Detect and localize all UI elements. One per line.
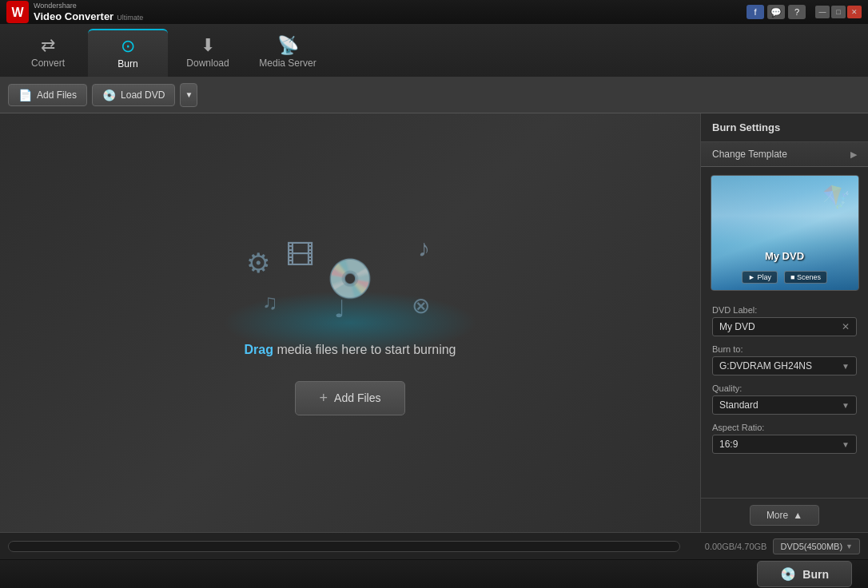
dvd-preview: 🪁 My DVD ► Play ■ Scenes [711,175,859,291]
tab-convert-label: Convert [31,58,65,69]
quality-chevron: ▼ [842,401,850,410]
burn-label: Burn [802,568,829,581]
dvd-play-btn[interactable]: ► Play [742,271,778,284]
tab-media-server-label: Media Server [259,58,316,69]
svg-text:W: W [11,6,24,19]
film-icon: 🎞 [286,239,315,272]
brand-edition: Ultimate [117,14,143,22]
dvd-label-value: My DVD [719,321,755,332]
dvd-label-field-label: DVD Label: [712,305,857,315]
brand-product: Video Converter [34,10,113,23]
aspect-ratio-row: Aspect Ratio: 16:9 ▼ [712,423,857,454]
convert-icon: ⇄ [41,37,55,54]
download-icon: ⬇ [201,37,215,54]
burn-settings-title: Burn Settings [701,113,868,142]
add-files-label: Add Files [37,89,77,101]
burn-to-select[interactable]: G:DVDRAM GH24NS ▼ [712,356,857,375]
media-icons: ⚙ 🎞 ♪ ♫ 💿 ♩ ⊗ [222,231,478,327]
settings-fields: DVD Label: My DVD ✕ Burn to: G:DVDRAM GH… [701,299,868,498]
restore-button[interactable]: □ [831,6,846,18]
dvd-label-input[interactable]: My DVD ✕ [712,317,857,336]
quality-row: Quality: Standard ▼ [712,383,857,415]
drag-bold-text: Drag [244,343,273,356]
disc-center-icon: 💿 [326,256,374,301]
load-dvd-icon: 💿 [102,89,116,101]
change-template-label: Change Template [712,149,787,160]
more-label: More [766,510,788,521]
music-note2-icon: ♫ [262,290,278,315]
media-server-icon: 📡 [277,37,299,54]
add-files-icon: 📄 [18,89,32,101]
titlebar-controls: f 💬 ? — □ ✕ [747,5,862,19]
tab-media-server[interactable]: 📡 Media Server [248,29,328,77]
drop-zone-inner: ⚙ 🎞 ♪ ♫ 💿 ♩ ⊗ Drag media files here to s… [222,231,478,415]
disc-type-chevron: ▼ [846,542,853,550]
change-template-arrow: ▶ [850,149,857,160]
disc-type-value: DVD5(4500MB) [780,542,842,551]
right-panel: Burn Settings Change Template ▶ 🪁 My DVD… [700,113,868,532]
app-logo: W [6,1,29,23]
nav-bar: ⇄ Convert ⊙ Burn ⬇ Download 📡 Media Serv… [0,24,868,77]
burn-to-label: Burn to: [712,344,857,354]
toolbar: 📄 Add Files 💿 Load DVD ▼ [0,77,868,113]
close-button[interactable]: ✕ [847,6,862,18]
title-bar: W Wondershare Video Converter Ultimate f… [0,0,868,24]
progress-track [8,541,680,552]
burn-to-chevron: ▼ [842,362,850,371]
tab-burn-label: Burn [117,58,137,70]
burn-icon: ⊙ [121,38,135,55]
music-note-icon: ♪ [418,235,430,262]
drag-rest-text: media files here to start burning [273,343,456,356]
load-dvd-button[interactable]: 💿 Load DVD [92,84,175,106]
disc2-icon: ⊗ [412,292,430,319]
bottom-bar: 💿 Burn [0,559,868,588]
more-area: More ▲ [701,498,868,532]
storage-text: 0.00GB/4.70GB [687,542,766,551]
aspect-ratio-value: 16:9 [719,439,738,450]
status-bar: 0.00GB/4.70GB DVD5(4500MB) ▼ [0,532,868,559]
dvd-label-row: DVD Label: My DVD ✕ [712,305,857,336]
circles-icon: ⚙ [246,247,270,279]
change-template-button[interactable]: Change Template ▶ [701,142,868,167]
quality-value: Standard [719,399,759,411]
drag-text: Drag media files here to start burning [244,343,456,357]
chat-btn[interactable]: 💬 [767,5,785,19]
add-files-center-button[interactable]: + Add Files [295,381,406,415]
disc-type-select[interactable]: DVD5(4500MB) ▼ [773,538,860,554]
more-button[interactable]: More ▲ [750,505,819,526]
plus-icon: + [320,390,328,407]
load-dvd-dropdown[interactable]: ▼ [180,83,197,107]
tab-burn[interactable]: ⊙ Burn [88,29,168,77]
quality-label: Quality: [712,383,857,393]
more-arrow-icon: ▲ [793,510,802,521]
tab-download-label: Download [186,58,229,69]
help-btn[interactable]: ? [788,5,806,19]
dvd-label-clear[interactable]: ✕ [842,321,850,332]
burn-button[interactable]: 💿 Burn [757,561,852,587]
burn-to-value: G:DVDRAM GH24NS [719,360,812,371]
brand-area: W Wondershare Video Converter Ultimate [6,1,143,23]
facebook-btn[interactable]: f [747,5,764,19]
aspect-ratio-chevron: ▼ [842,440,850,449]
tab-download[interactable]: ⬇ Download [168,29,248,77]
burn-to-row: Burn to: G:DVDRAM GH24NS ▼ [712,344,857,375]
burn-disc-icon: 💿 [780,566,796,582]
aspect-ratio-select[interactable]: 16:9 ▼ [712,435,857,454]
main-area: ⚙ 🎞 ♪ ♫ 💿 ♩ ⊗ Drag media files here to s… [0,113,868,532]
brand-wondershare: Wondershare [34,2,143,10]
quality-select[interactable]: Standard ▼ [712,395,857,415]
dvd-preview-title: My DVD [711,250,858,262]
add-files-center-label: Add Files [334,391,380,404]
tab-convert[interactable]: ⇄ Convert [8,29,88,77]
aspect-ratio-label: Aspect Ratio: [712,423,857,432]
dvd-scenes-btn[interactable]: ■ Scenes [784,271,827,284]
dvd-preview-buttons: ► Play ■ Scenes [711,271,858,284]
minimize-button[interactable]: — [815,6,830,18]
load-dvd-label: Load DVD [121,89,165,101]
window-controls: — □ ✕ [815,6,862,18]
brand-text: Wondershare Video Converter Ultimate [34,2,143,22]
add-files-button[interactable]: 📄 Add Files [8,84,87,106]
drop-zone[interactable]: ⚙ 🎞 ♪ ♫ 💿 ♩ ⊗ Drag media files here to s… [0,113,700,532]
